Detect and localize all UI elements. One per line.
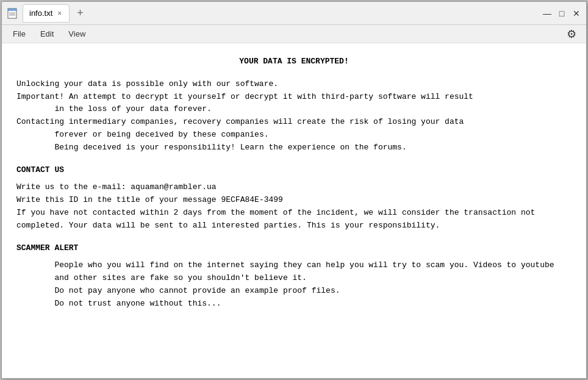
menu-file[interactable]: File <box>7 27 32 41</box>
active-tab[interactable]: info.txt × <box>23 4 70 23</box>
contact-text: Write us to the e-mail: aquaman@rambler.… <box>16 181 572 232</box>
settings-icon[interactable]: ⚙ <box>562 27 581 41</box>
app-icon <box>7 7 19 20</box>
tab-close-button[interactable]: × <box>56 9 63 18</box>
section-contact: CONTACT US Write us to the e-mail: aquam… <box>16 164 572 232</box>
minimize-button[interactable]: — <box>542 9 552 18</box>
scammer-text: People who you will find on the internet… <box>16 259 572 310</box>
maximize-button[interactable]: □ <box>557 9 567 18</box>
text-content-area[interactable]: YOUR DATA IS ENCRYPTED! Unlocking your d… <box>2 43 586 378</box>
menu-edit[interactable]: Edit <box>34 27 60 41</box>
section-warning: Unlocking your data is possible only wit… <box>16 78 572 154</box>
main-window: info.txt × + — □ ✕ File Edit View ⚙ YOUR… <box>1 1 587 379</box>
close-button[interactable]: ✕ <box>572 9 581 18</box>
title-bar: info.txt × + — □ ✕ <box>2 2 586 25</box>
section-scammer: SCAMMER ALERT People who you will find o… <box>16 242 572 310</box>
menu-bar: File Edit View ⚙ <box>2 25 586 43</box>
warning-text: Unlocking your data is possible only wit… <box>16 78 572 154</box>
menu-view[interactable]: View <box>62 27 91 41</box>
tab-label: info.txt <box>29 9 52 18</box>
new-tab-button[interactable]: + <box>73 7 87 20</box>
title-bar-left: info.txt × + <box>7 4 542 23</box>
scammer-heading: SCAMMER ALERT <box>16 242 572 255</box>
contact-heading: CONTACT US <box>16 164 572 177</box>
svg-rect-1 <box>8 9 16 11</box>
title-bar-controls: — □ ✕ <box>542 9 581 18</box>
content-title: YOUR DATA IS ENCRYPTED! <box>16 56 572 68</box>
